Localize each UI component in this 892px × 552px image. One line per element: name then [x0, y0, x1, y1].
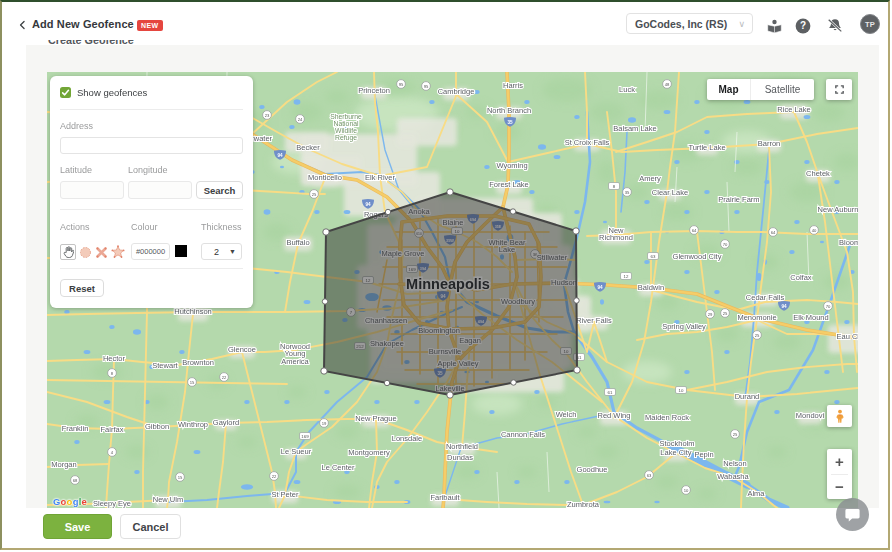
polygon-vertex-handle[interactable]: [447, 392, 453, 398]
map-place-label: Glenwood City: [673, 252, 722, 261]
map-place-label: Maiden Rock: [645, 413, 689, 422]
actions-label: Actions: [60, 222, 90, 232]
map-canvas[interactable]: 949494949469435E35W494353539410169122126…: [47, 72, 858, 508]
road-shield: 10: [682, 486, 691, 495]
road-shield: 19: [320, 419, 329, 428]
circle-tool-button[interactable]: [79, 246, 92, 259]
road-shield: 15: [188, 378, 197, 387]
map-place-label: Hector: [103, 354, 126, 363]
zoom-in-button[interactable]: +: [827, 449, 852, 474]
notifications-off-button[interactable]: [825, 16, 845, 36]
map-place-label: Colfax: [790, 273, 812, 282]
map-place-label: Mondovi: [796, 411, 825, 420]
fullscreen-button[interactable]: [826, 79, 852, 100]
svg-text:35: 35: [507, 120, 513, 125]
svg-text:94: 94: [277, 153, 283, 158]
organization-select[interactable]: GoCodes, Inc (RS) ∨: [626, 13, 753, 34]
search-button[interactable]: Search: [196, 181, 243, 199]
help-button[interactable]: ?: [793, 16, 813, 36]
map-place-label: Forest Lake: [489, 180, 529, 189]
polygon-vertex-handle[interactable]: [573, 228, 579, 234]
map-place-label: New Auburn: [818, 205, 858, 214]
map-place-label: Fairfax: [101, 425, 124, 434]
polygon-vertex-handle[interactable]: [384, 380, 389, 385]
map-place-label: North Branch: [487, 106, 531, 115]
svg-text:35: 35: [625, 190, 630, 195]
road-shield: 95: [397, 80, 406, 89]
svg-text:40: 40: [812, 228, 817, 233]
road-shield: 64: [690, 226, 699, 235]
fullscreen-icon: [834, 84, 845, 95]
map-place-label: Zumbrota: [567, 500, 600, 509]
polygon-vertex-handle[interactable]: [574, 367, 580, 373]
svg-text:94: 94: [781, 304, 787, 309]
geofence-polygon[interactable]: [324, 192, 577, 395]
polygon-vertex-handle[interactable]: [322, 299, 327, 304]
map-place-label: Princeton: [358, 86, 390, 95]
polygon-vertex-handle[interactable]: [510, 209, 515, 214]
road-shield: 63: [645, 471, 654, 480]
thickness-select[interactable]: 2 ▼: [201, 243, 242, 260]
map-type-map-button[interactable]: Map: [707, 79, 750, 100]
svg-text:61: 61: [608, 390, 613, 395]
colour-label: Colour: [131, 222, 158, 232]
chevron-down-icon: ▼: [229, 248, 236, 255]
page-title: Add New Geofence: [32, 18, 134, 30]
map-place-label: Glencoe: [228, 345, 256, 354]
zoom-out-button[interactable]: −: [827, 475, 852, 500]
polygon-vertex-handle[interactable]: [511, 380, 516, 385]
map-place-label: Nelson: [723, 459, 746, 468]
avatar[interactable]: TP: [860, 14, 880, 34]
show-geofences-checkbox[interactable]: [60, 87, 71, 98]
reset-button[interactable]: Reset: [60, 279, 104, 297]
training-button[interactable]: [764, 16, 784, 36]
road-shield: 4: [108, 448, 117, 457]
map-place-label: Baldwin: [638, 283, 664, 292]
header-bar: Add New Geofence NEW GoCodes, Inc (RS) ∨…: [2, 2, 888, 40]
rectangle-tool-button[interactable]: [95, 246, 108, 259]
colour-swatch[interactable]: [175, 245, 187, 257]
map-place-label: Goodhue: [577, 465, 608, 474]
map-place-label: Wyoming: [496, 161, 527, 170]
map-place-label: Gaylord: [213, 418, 239, 427]
save-button[interactable]: Save: [43, 514, 112, 539]
pan-tool-button[interactable]: [60, 244, 76, 260]
organization-value: GoCodes, Inc (RS): [635, 18, 727, 30]
colour-input[interactable]: #000000: [131, 243, 170, 260]
svg-text:25: 25: [755, 333, 760, 338]
chevron-down-icon: ∨: [738, 19, 745, 29]
road-shield: 8: [108, 369, 117, 378]
pegman-control[interactable]: [827, 405, 852, 427]
svg-text:169: 169: [301, 434, 309, 439]
polygon-vertex-handle[interactable]: [447, 189, 453, 195]
road-shield: 15: [176, 473, 185, 482]
svg-text:25: 25: [723, 311, 728, 316]
geofence-form-panel: Show geofences Address Latitude Longitud…: [50, 76, 253, 308]
map-place-label: Northfield: [446, 442, 478, 451]
google-logo: Google: [53, 496, 87, 507]
address-label: Address: [60, 121, 93, 131]
back-button[interactable]: [17, 17, 31, 31]
show-geofences-label: Show geofences: [77, 87, 147, 98]
new-badge: NEW: [137, 20, 163, 31]
map-place-label: Bloomer: [839, 238, 858, 247]
app-window: Create Geofence 949494949469435E35W49435…: [0, 0, 890, 550]
hand-icon: [63, 246, 74, 258]
chat-fab-button[interactable]: [836, 498, 869, 531]
polygon-tool-button[interactable]: [111, 245, 125, 259]
polygon-vertex-handle[interactable]: [385, 209, 390, 214]
cancel-button[interactable]: Cancel: [120, 514, 181, 539]
svg-text:22: 22: [222, 375, 227, 380]
longitude-input[interactable]: [128, 181, 192, 199]
road-shield: 70: [824, 302, 833, 311]
svg-text:10: 10: [679, 388, 684, 393]
map-type-satellite-button[interactable]: Satellite: [750, 79, 814, 100]
svg-text:22: 22: [272, 474, 277, 479]
polygon-vertex-handle[interactable]: [321, 368, 327, 374]
svg-text:64: 64: [692, 228, 697, 233]
address-input[interactable]: [60, 137, 243, 154]
polygon-vertex-handle[interactable]: [323, 229, 329, 235]
road-shield: 95: [422, 82, 431, 91]
polygon-vertex-handle[interactable]: [574, 298, 579, 303]
latitude-input[interactable]: [60, 181, 124, 199]
